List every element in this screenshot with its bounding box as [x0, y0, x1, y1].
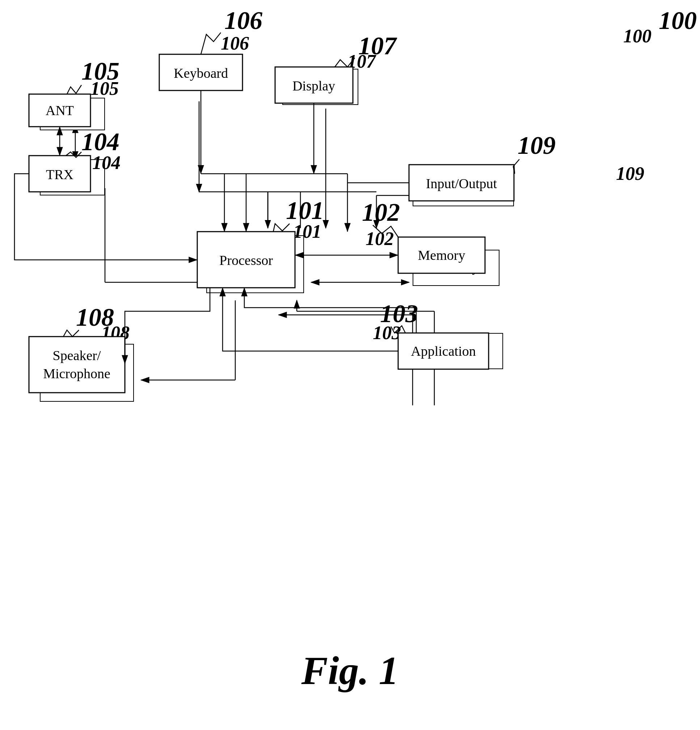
ref-100: 100	[623, 25, 652, 47]
ref-106: 106	[221, 32, 249, 54]
application-label: Application	[427, 343, 489, 359]
memory-label: Memory	[434, 260, 478, 275]
ref-107: 107	[348, 51, 376, 72]
ref-105: 105	[91, 78, 119, 99]
diagram: Keyboard Display ANT TRX Input/Output Pr…	[29, 18, 662, 615]
ref-108: 108	[101, 322, 130, 343]
clean-arrows	[29, 18, 662, 615]
diagram-arrows	[29, 18, 662, 615]
ant-block: ANT	[40, 98, 105, 130]
inputoutput-block: Input/Output	[413, 170, 514, 206]
svg-text:100: 100	[659, 6, 697, 34]
trx-label: TRX	[59, 169, 85, 185]
application-block: Application	[413, 333, 503, 369]
ref-102: 102	[365, 228, 394, 250]
ant-label: ANT	[59, 106, 86, 122]
figure-title: Fig. 1	[301, 648, 399, 694]
ref-104: 104	[92, 152, 121, 173]
processor-label: Processor	[230, 256, 281, 272]
ref-103: 103	[373, 322, 401, 343]
ref-101: 101	[293, 221, 322, 242]
display-block: Display	[282, 69, 358, 105]
speaker-label: Speaker/ Microphone	[55, 357, 119, 388]
ref-109: 109	[616, 163, 644, 184]
keyboard-label: Keyboard	[173, 64, 225, 80]
inputoutput-label: Input/Output	[430, 180, 497, 196]
memory-block: Memory	[413, 250, 500, 286]
keyboard-block: Keyboard	[159, 54, 239, 91]
processor-block: Processor	[206, 235, 304, 293]
speaker-block: Speaker/ Microphone	[40, 344, 134, 402]
display-label: Display	[300, 79, 341, 95]
